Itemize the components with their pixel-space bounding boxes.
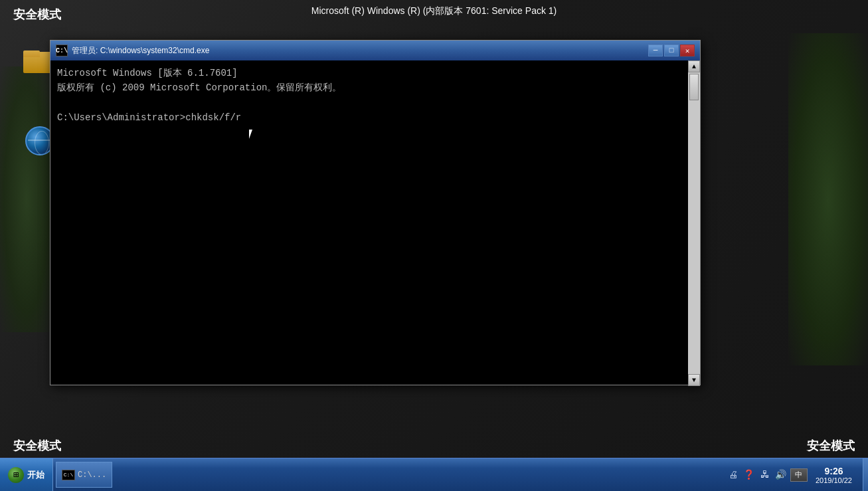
cmd-line-2: 版权所有 (c) 2009 Microsoft Corporation。保留所有… [57,80,681,95]
clock-time: 9:26 [824,466,843,476]
scrollbar-track[interactable] [688,72,700,374]
tray-help-icon[interactable]: ❓ [742,468,756,482]
windows-logo-icon: ⊞ [13,469,19,480]
safemode-label-bottomleft: 安全模式 [13,438,61,454]
tray-printer-icon[interactable]: 🖨 [727,468,740,482]
safemode-label-bottomright: 安全模式 [807,438,855,454]
start-button[interactable]: ⊞ 开始 [0,458,53,491]
start-orb: ⊞ [8,467,24,483]
taskbar-cmd-label: C:\... [78,470,106,480]
tray-network-icon[interactable]: 🖧 [758,468,772,482]
desktop: 安全模式 Microsoft (R) Windows (R) (内部版本 760… [0,0,868,491]
cmd-minimize-btn[interactable]: ─ [648,45,663,56]
scrollbar-thumb[interactable] [689,74,699,100]
tray-lang-button[interactable]: 中 [790,468,808,482]
cmd-icon-text: C:\ [56,47,68,54]
clock-date: 2019/10/22 [816,476,852,484]
clock-area[interactable]: 9:26 2019/10/22 [810,466,857,484]
taskbar-cmd-icon: C:\ [62,470,75,480]
cmd-line-3 [57,96,681,110]
cmd-content-area[interactable]: Microsoft Windows [版本 6.1.7601] 版权所有 (c)… [50,60,688,385]
start-button-label: 开始 [27,469,44,481]
cmd-scrollbar[interactable]: ▲ ▼ [688,60,700,386]
cmd-window-icon: C:\ [56,45,68,56]
cmd-maximize-btn[interactable]: □ [664,45,679,56]
cmd-title-text: 管理员: C:\windows\system32\cmd.exe [72,45,648,56]
cmd-close-btn[interactable]: ✕ [680,45,695,56]
tray-volume-icon[interactable]: 🔊 [774,468,788,482]
cmd-titlebar[interactable]: C:\ 管理员: C:\windows\system32\cmd.exe ─ □… [50,41,700,60]
scrollbar-down-arrow[interactable]: ▼ [688,374,700,386]
lang-text: 中 [795,470,802,480]
taskbar-cmd-icon-text: C:\ [64,472,73,478]
scrollbar-up-arrow[interactable]: ▲ [688,60,700,72]
cmd-window: C:\ 管理员: C:\windows\system32\cmd.exe ─ □… [50,40,701,385]
desktop-title: Microsoft (R) Windows (R) (内部版本 7601: Se… [311,5,557,17]
cmd-prompt-line: C:\Users\Administrator>chkdsk/f/r [57,110,681,125]
system-tray: 🖨 ❓ 🖧 🔊 中 9:26 2019/10/22 [721,458,863,491]
cmd-window-controls: ─ □ ✕ [648,45,695,56]
cmd-line-1: Microsoft Windows [版本 6.1.7601] [57,66,681,80]
show-desktop-button[interactable] [863,458,868,491]
taskbar-cmd-button[interactable]: C:\ C:\... [56,462,112,488]
plant-decoration-right [788,33,868,365]
taskbar: ⊞ 开始 C:\ C:\... 🖨 ❓ 🖧 🔊 中 9:26 2019/10/2… [0,458,868,491]
